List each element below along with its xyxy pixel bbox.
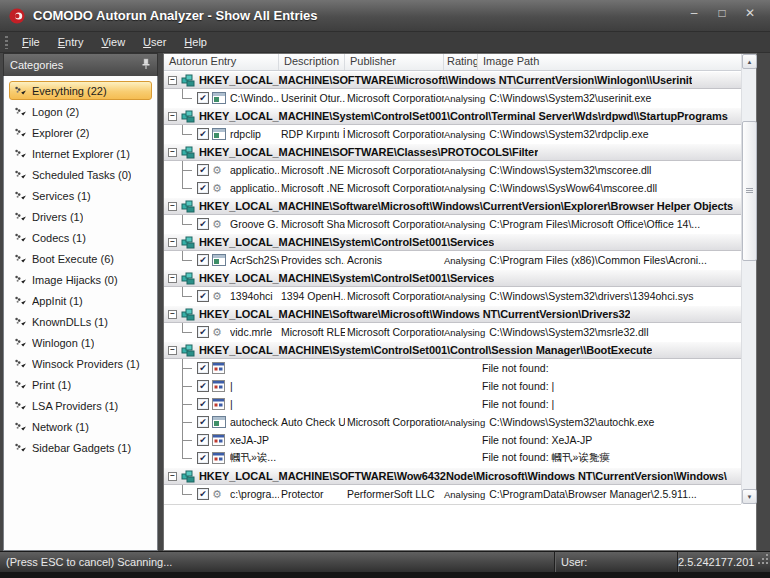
table-row[interactable]: ✔ ⚙ AcrSch2Svc Provides sch... Acronis A… (164, 251, 741, 269)
sidebar-category-item[interactable]: Drivers (1) (9, 207, 152, 226)
registry-group-row[interactable]: − HKEY_LOCAL_MACHINE\System\ControlSet00… (164, 269, 741, 287)
table-row[interactable]: ✔ ⚙ C:\Windo... Userinit Otur... Microso… (164, 89, 741, 107)
entry-checkbox[interactable]: ✔ (197, 218, 209, 230)
sidebar-category-item[interactable]: Print (1) (9, 375, 152, 394)
category-label: Sidebar Gadgets (1) (32, 442, 131, 454)
entry-name: 幗卂»诶... (230, 451, 276, 465)
registry-icon (181, 272, 195, 285)
menu-item-view[interactable]: View (92, 33, 134, 51)
sidebar-category-item[interactable]: KnownDLLs (1) (9, 312, 152, 331)
table-row[interactable]: ✔ ⚙ autocheck... Auto Check U... Microso… (164, 413, 741, 431)
column-header-publisher[interactable]: Publisher (345, 54, 444, 70)
sidebar-category-item[interactable]: Boot Execute (6) (9, 249, 152, 268)
entry-checkbox[interactable]: ✔ (197, 254, 209, 266)
table-row[interactable]: ✔ ⚙ File not found: (164, 359, 741, 377)
table-row[interactable]: ✔ ⚙ applicatio... Microsoft .NE... Micro… (164, 179, 741, 197)
entry-checkbox[interactable]: ✔ (197, 452, 209, 464)
resize-grip[interactable] (757, 553, 768, 564)
entry-checkbox[interactable]: ✔ (197, 434, 209, 446)
table-row[interactable]: ✔ ⚙ | File not found: | (164, 377, 741, 395)
vertical-scrollbar[interactable]: ▲ ▼ (741, 54, 756, 504)
registry-group-row[interactable]: − HKEY_LOCAL_MACHINE\Software\Microsoft\… (164, 305, 741, 323)
table-row[interactable]: ✔ ⚙ c:\progra... Protector PerformerSoft… (164, 485, 741, 503)
categories-list: Everything (22) Logon (2) Explorer (2) (3, 76, 158, 551)
registry-group-row[interactable]: − HKEY_LOCAL_MACHINE\SOFTWARE\Wow6432Nod… (164, 467, 741, 485)
table-row[interactable]: ✔ ⚙ rdpclip RDP Kırpıntı İ... Microsoft … (164, 125, 741, 143)
tree-connector (176, 485, 192, 503)
pin-icon[interactable] (141, 58, 151, 72)
tree-connector (176, 413, 192, 431)
autorun-entry-cell: ✔ ⚙ xeJA-JP (164, 431, 279, 449)
application-window-icon (212, 92, 226, 104)
maximize-button[interactable]: □ (714, 6, 730, 20)
entry-checkbox[interactable]: ✔ (197, 380, 209, 392)
close-button[interactable]: ✕ (742, 6, 758, 20)
menu-item-file[interactable]: File (13, 33, 49, 51)
entry-checkbox[interactable]: ✔ (197, 128, 209, 140)
status-bar: (Press ESC to cancel) Scanning... User: … (0, 551, 770, 572)
table-header-row: Autorun Entry Description Publisher Rati… (164, 54, 741, 71)
entry-checkbox[interactable]: ✔ (197, 416, 209, 428)
collapse-toggle-icon[interactable]: − (168, 76, 177, 85)
sidebar-category-item[interactable]: Sidebar Gadgets (1) (9, 438, 152, 457)
column-header-rating[interactable]: Rating (444, 54, 478, 70)
registry-group-row[interactable]: − HKEY_LOCAL_MACHINE\System\ControlSet00… (164, 341, 741, 359)
sidebar-category-item[interactable]: Network (1) (9, 417, 152, 436)
registry-group-row[interactable]: − HKEY_LOCAL_MACHINE\System\ControlSet00… (164, 233, 741, 251)
sidebar-category-item[interactable]: Scheduled Tasks (0) (9, 165, 152, 184)
collapse-toggle-icon[interactable]: − (168, 274, 177, 283)
scroll-down-button[interactable]: ▼ (742, 489, 757, 504)
table-row[interactable]: ✔ ⚙ vidc.mrle Microsoft RLE... Microsoft… (164, 323, 741, 341)
menu-item-user[interactable]: User (134, 33, 175, 51)
entry-image-path: File not found: 幗卂»诶毚瘼 (478, 451, 741, 465)
registry-group-row[interactable]: − HKEY_LOCAL_MACHINE\Software\Microsoft\… (164, 197, 741, 215)
entry-checkbox[interactable]: ✔ (197, 182, 209, 194)
collapse-toggle-icon[interactable]: − (168, 472, 177, 481)
table-row[interactable]: ✔ ⚙ applicatio... Microsoft .NE... Micro… (164, 161, 741, 179)
entry-checkbox[interactable]: ✔ (197, 92, 209, 104)
entry-checkbox[interactable]: ✔ (197, 164, 209, 176)
minimize-button[interactable]: – (686, 6, 702, 20)
sidebar-category-item[interactable]: AppInit (1) (9, 291, 152, 310)
table-row[interactable]: ✔ ⚙ 幗卂»诶... File not found: 幗卂»诶毚瘼 (164, 449, 741, 467)
sidebar-category-item[interactable]: Codecs (1) (9, 228, 152, 247)
entry-checkbox[interactable]: ✔ (197, 488, 209, 500)
menu-item-entry[interactable]: Entry (49, 33, 93, 51)
registry-group-row[interactable]: − HKEY_LOCAL_MACHINE\SOFTWARE\Microsoft\… (164, 71, 741, 89)
collapse-toggle-icon[interactable]: − (168, 346, 177, 355)
entry-checkbox[interactable]: ✔ (197, 290, 209, 302)
sidebar-category-item[interactable]: Logon (2) (9, 102, 152, 121)
title-bar[interactable]: COMODO Autorun Analyzer - Show All Entri… (0, 0, 770, 32)
collapse-toggle-icon[interactable]: − (168, 148, 177, 157)
scrollbar-thumb[interactable] (742, 121, 757, 261)
table-row[interactable]: ✔ ⚙ xeJA-JP File not found: XeJA-JP (164, 431, 741, 449)
sidebar-category-item[interactable]: Internet Explorer (1) (9, 144, 152, 163)
entry-checkbox[interactable]: ✔ (197, 326, 209, 338)
entry-checkbox[interactable]: ✔ (197, 362, 209, 374)
sidebar-category-item[interactable]: Everything (22) (9, 81, 152, 100)
collapse-toggle-icon[interactable]: − (168, 202, 177, 211)
collapse-toggle-icon[interactable]: − (168, 310, 177, 319)
sidebar-category-item[interactable]: LSA Providers (1) (9, 396, 152, 415)
registry-group-row[interactable]: − HKEY_LOCAL_MACHINE\System\ControlSet00… (164, 107, 741, 125)
category-label: Scheduled Tasks (0) (32, 169, 131, 181)
entry-image-path: C:\Windows\System32\mscoree.dll (485, 164, 741, 176)
scroll-up-button[interactable]: ▲ (742, 54, 757, 69)
collapse-toggle-icon[interactable]: − (168, 238, 177, 247)
menu-item-help[interactable]: Help (175, 33, 216, 51)
sidebar-category-item[interactable]: Explorer (2) (9, 123, 152, 142)
table-row[interactable]: ✔ ⚙ 1394ohci 1394 OpenH... Microsoft Cor… (164, 287, 741, 305)
registry-group-row[interactable]: − HKEY_LOCAL_MACHINE\SOFTWARE\Classes\PR… (164, 143, 741, 161)
sidebar-category-item[interactable]: Winlogon (1) (9, 333, 152, 352)
entry-description: Userinit Otur... (279, 92, 345, 104)
column-header-description[interactable]: Description (279, 54, 345, 70)
column-header-image-path[interactable]: Image Path (478, 54, 741, 70)
sidebar-category-item[interactable]: Services (1) (9, 186, 152, 205)
column-header-autorun-entry[interactable]: Autorun Entry (164, 54, 279, 70)
table-row[interactable]: ✔ ⚙ Groove G... Microsoft Sha... Microso… (164, 215, 741, 233)
sidebar-category-item[interactable]: Image Hijacks (0) (9, 270, 152, 289)
table-row[interactable]: ✔ ⚙ | File not found: | (164, 395, 741, 413)
collapse-toggle-icon[interactable]: − (168, 112, 177, 121)
sidebar-category-item[interactable]: Winsock Providers (1) (9, 354, 152, 373)
entry-checkbox[interactable]: ✔ (197, 398, 209, 410)
